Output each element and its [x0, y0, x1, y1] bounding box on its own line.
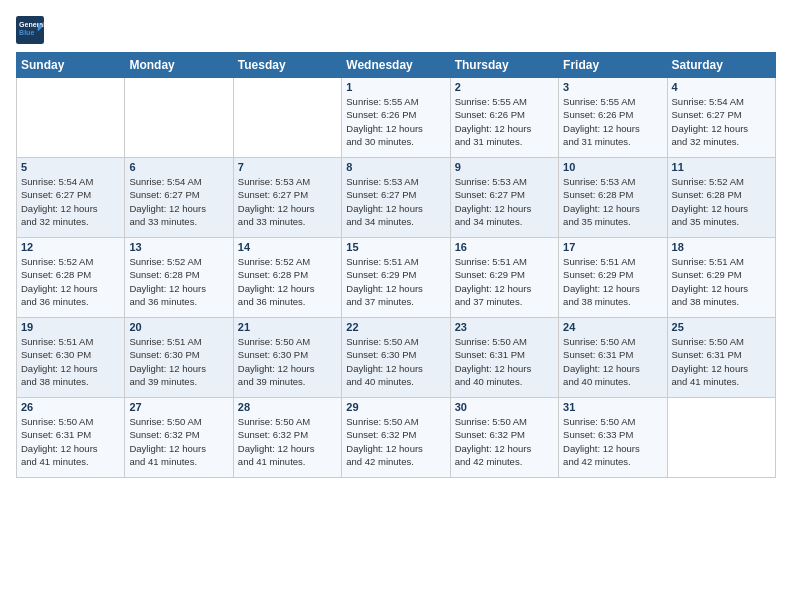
- day-number: 28: [238, 401, 337, 413]
- day-number: 30: [455, 401, 554, 413]
- day-info: Sunrise: 5:50 AM Sunset: 6:31 PM Dayligh…: [672, 335, 771, 388]
- day-number: 23: [455, 321, 554, 333]
- day-number: 31: [563, 401, 662, 413]
- calendar-cell: 13Sunrise: 5:52 AM Sunset: 6:28 PM Dayli…: [125, 238, 233, 318]
- calendar-week-row: 19Sunrise: 5:51 AM Sunset: 6:30 PM Dayli…: [17, 318, 776, 398]
- calendar-cell: [667, 398, 775, 478]
- calendar-table: SundayMondayTuesdayWednesdayThursdayFrid…: [16, 52, 776, 478]
- day-header-wednesday: Wednesday: [342, 53, 450, 78]
- day-number: 25: [672, 321, 771, 333]
- day-number: 4: [672, 81, 771, 93]
- calendar-cell: [17, 78, 125, 158]
- calendar-cell: 20Sunrise: 5:51 AM Sunset: 6:30 PM Dayli…: [125, 318, 233, 398]
- day-header-sunday: Sunday: [17, 53, 125, 78]
- calendar-cell: 26Sunrise: 5:50 AM Sunset: 6:31 PM Dayli…: [17, 398, 125, 478]
- day-info: Sunrise: 5:54 AM Sunset: 6:27 PM Dayligh…: [21, 175, 120, 228]
- calendar-cell: 28Sunrise: 5:50 AM Sunset: 6:32 PM Dayli…: [233, 398, 341, 478]
- calendar-cell: [233, 78, 341, 158]
- day-info: Sunrise: 5:53 AM Sunset: 6:27 PM Dayligh…: [346, 175, 445, 228]
- day-number: 21: [238, 321, 337, 333]
- calendar-cell: 16Sunrise: 5:51 AM Sunset: 6:29 PM Dayli…: [450, 238, 558, 318]
- day-number: 8: [346, 161, 445, 173]
- calendar-cell: 8Sunrise: 5:53 AM Sunset: 6:27 PM Daylig…: [342, 158, 450, 238]
- day-info: Sunrise: 5:50 AM Sunset: 6:31 PM Dayligh…: [455, 335, 554, 388]
- calendar-cell: 6Sunrise: 5:54 AM Sunset: 6:27 PM Daylig…: [125, 158, 233, 238]
- day-info: Sunrise: 5:50 AM Sunset: 6:30 PM Dayligh…: [238, 335, 337, 388]
- calendar-cell: 11Sunrise: 5:52 AM Sunset: 6:28 PM Dayli…: [667, 158, 775, 238]
- day-number: 18: [672, 241, 771, 253]
- calendar-cell: 12Sunrise: 5:52 AM Sunset: 6:28 PM Dayli…: [17, 238, 125, 318]
- day-info: Sunrise: 5:50 AM Sunset: 6:32 PM Dayligh…: [238, 415, 337, 468]
- day-number: 22: [346, 321, 445, 333]
- day-number: 13: [129, 241, 228, 253]
- header: General Blue: [16, 16, 776, 44]
- day-info: Sunrise: 5:50 AM Sunset: 6:32 PM Dayligh…: [455, 415, 554, 468]
- day-header-monday: Monday: [125, 53, 233, 78]
- calendar-cell: 27Sunrise: 5:50 AM Sunset: 6:32 PM Dayli…: [125, 398, 233, 478]
- day-number: 7: [238, 161, 337, 173]
- day-info: Sunrise: 5:50 AM Sunset: 6:30 PM Dayligh…: [346, 335, 445, 388]
- day-number: 14: [238, 241, 337, 253]
- day-header-saturday: Saturday: [667, 53, 775, 78]
- day-number: 11: [672, 161, 771, 173]
- day-header-thursday: Thursday: [450, 53, 558, 78]
- day-header-friday: Friday: [559, 53, 667, 78]
- day-info: Sunrise: 5:52 AM Sunset: 6:28 PM Dayligh…: [21, 255, 120, 308]
- day-number: 26: [21, 401, 120, 413]
- day-info: Sunrise: 5:55 AM Sunset: 6:26 PM Dayligh…: [455, 95, 554, 148]
- day-info: Sunrise: 5:50 AM Sunset: 6:31 PM Dayligh…: [563, 335, 662, 388]
- day-info: Sunrise: 5:52 AM Sunset: 6:28 PM Dayligh…: [238, 255, 337, 308]
- day-info: Sunrise: 5:51 AM Sunset: 6:29 PM Dayligh…: [455, 255, 554, 308]
- day-info: Sunrise: 5:53 AM Sunset: 6:27 PM Dayligh…: [455, 175, 554, 228]
- day-number: 16: [455, 241, 554, 253]
- calendar-cell: 9Sunrise: 5:53 AM Sunset: 6:27 PM Daylig…: [450, 158, 558, 238]
- calendar-cell: 23Sunrise: 5:50 AM Sunset: 6:31 PM Dayli…: [450, 318, 558, 398]
- calendar-week-row: 1Sunrise: 5:55 AM Sunset: 6:26 PM Daylig…: [17, 78, 776, 158]
- calendar-cell: 10Sunrise: 5:53 AM Sunset: 6:28 PM Dayli…: [559, 158, 667, 238]
- day-info: Sunrise: 5:55 AM Sunset: 6:26 PM Dayligh…: [346, 95, 445, 148]
- day-number: 29: [346, 401, 445, 413]
- day-number: 17: [563, 241, 662, 253]
- day-number: 19: [21, 321, 120, 333]
- day-number: 1: [346, 81, 445, 93]
- calendar-week-row: 5Sunrise: 5:54 AM Sunset: 6:27 PM Daylig…: [17, 158, 776, 238]
- calendar-cell: 31Sunrise: 5:50 AM Sunset: 6:33 PM Dayli…: [559, 398, 667, 478]
- calendar-week-row: 26Sunrise: 5:50 AM Sunset: 6:31 PM Dayli…: [17, 398, 776, 478]
- svg-text:Blue: Blue: [19, 29, 34, 36]
- calendar-cell: 21Sunrise: 5:50 AM Sunset: 6:30 PM Dayli…: [233, 318, 341, 398]
- logo: General Blue: [16, 16, 48, 44]
- calendar-cell: 5Sunrise: 5:54 AM Sunset: 6:27 PM Daylig…: [17, 158, 125, 238]
- days-header-row: SundayMondayTuesdayWednesdayThursdayFrid…: [17, 53, 776, 78]
- day-info: Sunrise: 5:50 AM Sunset: 6:32 PM Dayligh…: [346, 415, 445, 468]
- day-info: Sunrise: 5:53 AM Sunset: 6:28 PM Dayligh…: [563, 175, 662, 228]
- day-header-tuesday: Tuesday: [233, 53, 341, 78]
- calendar-cell: 29Sunrise: 5:50 AM Sunset: 6:32 PM Dayli…: [342, 398, 450, 478]
- logo-icon: General Blue: [16, 16, 44, 44]
- day-info: Sunrise: 5:54 AM Sunset: 6:27 PM Dayligh…: [672, 95, 771, 148]
- calendar-cell: 1Sunrise: 5:55 AM Sunset: 6:26 PM Daylig…: [342, 78, 450, 158]
- calendar-cell: 3Sunrise: 5:55 AM Sunset: 6:26 PM Daylig…: [559, 78, 667, 158]
- day-info: Sunrise: 5:51 AM Sunset: 6:29 PM Dayligh…: [563, 255, 662, 308]
- calendar-cell: 22Sunrise: 5:50 AM Sunset: 6:30 PM Dayli…: [342, 318, 450, 398]
- day-info: Sunrise: 5:50 AM Sunset: 6:31 PM Dayligh…: [21, 415, 120, 468]
- day-info: Sunrise: 5:54 AM Sunset: 6:27 PM Dayligh…: [129, 175, 228, 228]
- calendar-cell: 18Sunrise: 5:51 AM Sunset: 6:29 PM Dayli…: [667, 238, 775, 318]
- day-number: 27: [129, 401, 228, 413]
- day-info: Sunrise: 5:51 AM Sunset: 6:29 PM Dayligh…: [346, 255, 445, 308]
- day-number: 20: [129, 321, 228, 333]
- day-number: 10: [563, 161, 662, 173]
- calendar-cell: 30Sunrise: 5:50 AM Sunset: 6:32 PM Dayli…: [450, 398, 558, 478]
- calendar-cell: 4Sunrise: 5:54 AM Sunset: 6:27 PM Daylig…: [667, 78, 775, 158]
- calendar-cell: [125, 78, 233, 158]
- day-number: 24: [563, 321, 662, 333]
- calendar-cell: 15Sunrise: 5:51 AM Sunset: 6:29 PM Dayli…: [342, 238, 450, 318]
- day-number: 3: [563, 81, 662, 93]
- day-info: Sunrise: 5:52 AM Sunset: 6:28 PM Dayligh…: [672, 175, 771, 228]
- calendar-cell: 17Sunrise: 5:51 AM Sunset: 6:29 PM Dayli…: [559, 238, 667, 318]
- day-info: Sunrise: 5:52 AM Sunset: 6:28 PM Dayligh…: [129, 255, 228, 308]
- day-info: Sunrise: 5:50 AM Sunset: 6:33 PM Dayligh…: [563, 415, 662, 468]
- calendar-cell: 25Sunrise: 5:50 AM Sunset: 6:31 PM Dayli…: [667, 318, 775, 398]
- calendar-cell: 2Sunrise: 5:55 AM Sunset: 6:26 PM Daylig…: [450, 78, 558, 158]
- calendar-week-row: 12Sunrise: 5:52 AM Sunset: 6:28 PM Dayli…: [17, 238, 776, 318]
- day-number: 5: [21, 161, 120, 173]
